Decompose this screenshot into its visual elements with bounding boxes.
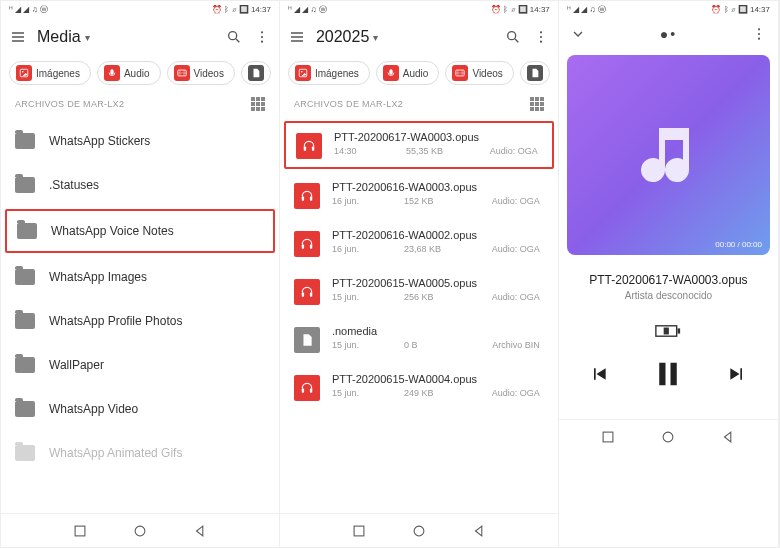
svg-rect-20 — [302, 245, 304, 249]
vid-icon — [174, 65, 190, 81]
svg-point-0 — [229, 32, 237, 40]
file-date: 15 jun. — [332, 340, 380, 350]
next-button[interactable] — [727, 364, 747, 384]
chevron-down-icon: ▾ — [373, 32, 378, 43]
filter-chip[interactable]: Imágenes — [9, 61, 91, 85]
battery-icon[interactable] — [559, 309, 778, 349]
nav-home[interactable] — [133, 524, 147, 538]
menu-icon[interactable] — [9, 28, 27, 46]
status-right-icons: ⏰ ᛒ ⌀ 🔲 — [711, 5, 748, 14]
folder-item[interactable]: WhatsApp Animated Gifs — [1, 431, 279, 475]
appbar-title[interactable]: 202025 ▾ — [316, 28, 378, 46]
svg-rect-36 — [604, 432, 614, 442]
folder-icon — [15, 133, 35, 149]
file-meta: 16 jun.23,68 KBAudio: OGA — [332, 244, 544, 254]
folder-item[interactable]: WallPaper — [1, 343, 279, 387]
svg-rect-25 — [310, 389, 312, 393]
status-right: ⏰ ᛒ ⌀ 🔲 14:37 — [711, 5, 770, 14]
file-meta: 14:3055,35 KBAudio: OGA — [334, 146, 542, 156]
filter-chip[interactable]: Videos — [445, 61, 513, 85]
svg-point-11 — [540, 36, 542, 38]
svg-rect-24 — [302, 389, 304, 393]
folder-item[interactable]: WhatsApp Images — [1, 255, 279, 299]
folder-item[interactable]: WhatsApp Profile Photos — [1, 299, 279, 343]
file-list: PTT-20200617-WA0003.opus14:3055,35 KBAud… — [280, 119, 558, 513]
file-item[interactable]: PTT-20200616-WA0002.opus16 jun.23,68 KBA… — [280, 219, 558, 267]
folder-icon — [15, 177, 35, 193]
pause-button[interactable] — [653, 359, 683, 389]
svg-point-12 — [540, 41, 542, 43]
file-item[interactable]: PTT-20200617-WA0003.opus14:3055,35 KBAud… — [284, 121, 554, 169]
file-date: 16 jun. — [332, 244, 380, 254]
collapse-icon[interactable] — [569, 25, 587, 43]
folder-icon — [17, 223, 37, 239]
menu-icon[interactable] — [288, 28, 306, 46]
search-icon[interactable] — [225, 28, 243, 46]
track-info: PTT-20200617-WA0003.opus Artista descono… — [559, 259, 778, 309]
folder-item[interactable]: WhatsApp Video — [1, 387, 279, 431]
chip-label: Videos — [194, 68, 224, 79]
file-item[interactable]: PTT-20200615-WA0004.opus15 jun.249 KBAud… — [280, 363, 558, 411]
folder-item[interactable]: WhatsApp Voice Notes — [5, 209, 275, 253]
nav-recents[interactable] — [601, 430, 615, 444]
svg-point-8 — [135, 526, 145, 536]
file-item[interactable]: .nomedia15 jun.0 BArchivo BIN — [280, 315, 558, 363]
more-icon[interactable] — [253, 28, 271, 46]
status-bar: ᴴ ◢ ◢ ♫ ⓦ ⏰ ᛒ ⌀ 🔲 14:37 — [280, 1, 558, 17]
status-time: 14:37 — [251, 5, 271, 14]
chip-label: Audio — [124, 68, 150, 79]
status-right-icons: ⏰ ᛒ ⌀ 🔲 — [491, 5, 528, 14]
file-date: 16 jun. — [332, 196, 380, 206]
file-name: .nomedia — [332, 325, 544, 337]
filter-chip[interactable]: Videos — [167, 61, 235, 85]
svg-rect-17 — [312, 147, 314, 151]
search-icon[interactable] — [504, 28, 522, 46]
filter-chip[interactable]: Audio — [376, 61, 440, 85]
folder-icon — [15, 445, 35, 461]
nav-back[interactable] — [472, 524, 486, 538]
file-meta: 16 jun.152 KBAudio: OGA — [332, 196, 544, 206]
svg-rect-34 — [660, 363, 666, 386]
file-item[interactable]: PTT-20200616-WA0003.opus16 jun.152 KBAud… — [280, 171, 558, 219]
nav-recents[interactable] — [73, 524, 87, 538]
nav-home[interactable] — [661, 430, 675, 444]
folder-list: WhatsApp Stickers.StatusesWhatsApp Voice… — [1, 119, 279, 513]
view-grid-icon[interactable] — [251, 97, 265, 111]
prev-button[interactable] — [589, 364, 609, 384]
appbar-title[interactable]: Media ▾ — [37, 28, 90, 46]
nav-bar — [280, 513, 558, 547]
filter-chip[interactable]: Imágenes — [288, 61, 370, 85]
nav-back[interactable] — [721, 430, 735, 444]
svg-point-27 — [414, 526, 424, 536]
chevron-down-icon: ▾ — [85, 32, 90, 43]
more-icon[interactable] — [750, 25, 768, 43]
svg-rect-35 — [671, 363, 677, 386]
filter-chip[interactable]: Audio — [97, 61, 161, 85]
more-icon[interactable] — [532, 28, 550, 46]
file-name: PTT-20200615-WA0004.opus — [332, 373, 544, 385]
nav-home[interactable] — [412, 524, 426, 538]
album-art: 00:00 / 00:00 — [567, 55, 770, 255]
folder-item[interactable]: WhatsApp Stickers — [1, 119, 279, 163]
svg-point-14 — [301, 71, 303, 73]
doc-icon — [527, 65, 543, 81]
filter-chip[interactable] — [241, 61, 271, 85]
doc-icon — [248, 65, 264, 81]
file-type: Audio: OGA — [476, 388, 544, 398]
svg-rect-16 — [304, 147, 306, 151]
file-size: 23,68 KB — [404, 244, 452, 254]
folder-label: WhatsApp Animated Gifs — [49, 446, 182, 460]
folder-label: .Statuses — [49, 178, 99, 192]
nav-recents[interactable] — [352, 524, 366, 538]
status-bar: ᴴ ◢ ◢ ♫ ⓦ ⏰ ᛒ ⌀ 🔲 14:37 — [559, 1, 778, 17]
svg-rect-23 — [310, 293, 312, 297]
svg-rect-21 — [310, 245, 312, 249]
folder-item[interactable]: .Statuses — [1, 163, 279, 207]
nav-back[interactable] — [193, 524, 207, 538]
app-bar: 202025 ▾ — [280, 17, 558, 57]
folder-label: WhatsApp Stickers — [49, 134, 150, 148]
filter-chip[interactable] — [520, 61, 550, 85]
status-right: ⏰ ᛒ ⌀ 🔲 14:37 — [491, 5, 550, 14]
view-grid-icon[interactable] — [530, 97, 544, 111]
file-item[interactable]: PTT-20200615-WA0005.opus15 jun.256 KBAud… — [280, 267, 558, 315]
